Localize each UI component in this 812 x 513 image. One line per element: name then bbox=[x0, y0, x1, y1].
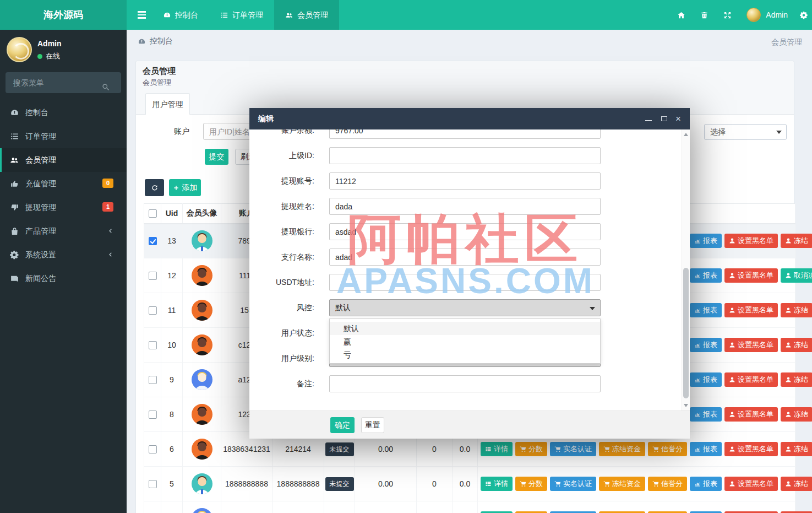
action-label: 设置黑名单 bbox=[738, 340, 773, 350]
action-button-详情[interactable]: 详情 bbox=[481, 477, 513, 491]
close-icon[interactable]: × bbox=[671, 108, 685, 129]
action-button-分数[interactable]: 分数 bbox=[515, 442, 547, 456]
menu-search-input[interactable] bbox=[6, 72, 102, 93]
action-button-报表[interactable]: 报表 bbox=[690, 372, 722, 387]
action-button-实名认证[interactable]: 实名认证 bbox=[550, 477, 596, 491]
action-button-设置黑名单[interactable]: 设置黑名单 bbox=[724, 477, 778, 491]
row-checkbox[interactable] bbox=[149, 306, 157, 315]
fullscreen-icon[interactable] bbox=[716, 0, 739, 30]
home-icon[interactable] bbox=[669, 0, 693, 30]
action-button-报表[interactable]: 报表 bbox=[690, 442, 722, 456]
action-button-冻结资金[interactable]: 冻结资金 bbox=[599, 477, 645, 491]
breadcrumb[interactable]: 控制台 bbox=[138, 36, 173, 46]
action-button-实名认证[interactable]: 实名认证 bbox=[550, 442, 596, 456]
sidebar-item-label: 订单管理 bbox=[25, 132, 56, 142]
scroll-up-icon[interactable] bbox=[684, 133, 688, 136]
trash-icon[interactable] bbox=[693, 0, 716, 30]
minimize-icon[interactable] bbox=[641, 108, 656, 129]
page-title: 会员管理 bbox=[143, 66, 176, 77]
user-icon bbox=[729, 272, 735, 279]
reset-button[interactable]: 重置 bbox=[361, 417, 384, 433]
action-button-冻结[interactable]: 冻结 bbox=[781, 372, 812, 387]
field-input-3[interactable] bbox=[329, 198, 601, 215]
news-icon bbox=[10, 274, 19, 283]
action-button-设置黑名单[interactable]: 设置黑名单 bbox=[724, 234, 778, 248]
action-button-报表[interactable]: 报表 bbox=[690, 477, 722, 491]
action-button-报表[interactable]: 报表 bbox=[690, 234, 722, 248]
action-button-报表[interactable]: 报表 bbox=[690, 407, 722, 422]
risk-option-赢[interactable]: 赢 bbox=[330, 335, 600, 348]
field-select-7[interactable]: 默认 bbox=[329, 299, 601, 316]
row-checkbox[interactable] bbox=[149, 237, 157, 245]
sidebar-toggle-button[interactable] bbox=[132, 0, 151, 30]
action-button-设置黑名单[interactable]: 设置黑名单 bbox=[724, 303, 778, 317]
nav-item-2[interactable]: 会员管理 bbox=[274, 0, 339, 30]
scrollbar-thumb[interactable] bbox=[683, 268, 689, 398]
row-checkbox[interactable] bbox=[149, 480, 157, 488]
brand-logo[interactable]: 海外源码 bbox=[0, 0, 127, 30]
sidebar-item-1[interactable]: 订单管理 bbox=[0, 125, 127, 148]
settings-gear-icon[interactable] bbox=[795, 0, 812, 30]
action-button-分数[interactable]: 分数 bbox=[515, 477, 547, 491]
sidebar-item-5[interactable]: 产品管理 bbox=[0, 219, 127, 243]
dialog-titlebar[interactable]: 编辑 × bbox=[249, 108, 690, 129]
field-input-1[interactable] bbox=[329, 147, 601, 164]
action-button-冻结[interactable]: 冻结 bbox=[781, 338, 812, 352]
risk-option-亏[interactable]: 亏 bbox=[330, 348, 600, 361]
action-button-取消冻结[interactable]: 取消冻结 bbox=[781, 268, 812, 283]
nav-item-0[interactable]: 控制台 bbox=[152, 0, 209, 30]
maximize-icon[interactable] bbox=[657, 108, 671, 129]
row-checkbox[interactable] bbox=[149, 341, 157, 349]
field-input-10[interactable] bbox=[329, 375, 601, 392]
row-checkbox[interactable] bbox=[149, 445, 157, 453]
sidebar-item-0[interactable]: 控制台 bbox=[0, 101, 127, 125]
action-button-报表[interactable]: 报表 bbox=[690, 303, 722, 317]
select-all-checkbox[interactable] bbox=[149, 209, 157, 218]
chart-icon bbox=[694, 307, 701, 314]
action-button-冻结[interactable]: 冻结 bbox=[781, 234, 812, 248]
action-button-冻结[interactable]: 冻结 bbox=[781, 407, 812, 422]
sidebar-item-2[interactable]: 会员管理 bbox=[0, 148, 127, 172]
submit-button[interactable]: 提交 bbox=[205, 149, 228, 165]
user-menu[interactable]: Admin bbox=[739, 0, 795, 30]
action-button-设置黑名单[interactable]: 设置黑名单 bbox=[724, 268, 778, 283]
action-button-冻结[interactable]: 冻结 bbox=[781, 477, 812, 491]
action-button-冻结[interactable]: 冻结 bbox=[781, 442, 812, 456]
confirm-button[interactable]: 确定 bbox=[330, 417, 355, 433]
field-input-5[interactable] bbox=[329, 249, 601, 266]
checkbox-cell bbox=[144, 501, 161, 513]
field-input-6[interactable] bbox=[329, 274, 601, 291]
sidebar-item-6[interactable]: 系统设置 bbox=[0, 243, 127, 267]
field-input-4[interactable] bbox=[329, 223, 601, 240]
action-button-设置黑名单[interactable]: 设置黑名单 bbox=[724, 442, 778, 456]
reload-button[interactable] bbox=[145, 179, 164, 196]
sidebar-item-4[interactable]: 提现管理1 bbox=[0, 196, 127, 219]
action-button-信誉分[interactable]: 信誉分 bbox=[648, 442, 687, 456]
action-button-信誉分[interactable]: 信誉分 bbox=[648, 477, 687, 491]
field-input-2[interactable] bbox=[329, 172, 601, 190]
action-button-冻结资金[interactable]: 冻结资金 bbox=[599, 442, 645, 456]
action-button-设置黑名单[interactable]: 设置黑名单 bbox=[724, 372, 778, 387]
row-checkbox[interactable] bbox=[149, 411, 157, 419]
sidebar-item-7[interactable]: 新闻公告 bbox=[0, 267, 127, 290]
action-button-设置黑名单[interactable]: 设置黑名单 bbox=[724, 407, 778, 422]
row-checkbox[interactable] bbox=[149, 272, 157, 280]
action-button-详情[interactable]: 详情 bbox=[481, 442, 513, 456]
add-button[interactable]: 添加 bbox=[169, 179, 201, 196]
scroll-down-icon[interactable] bbox=[684, 404, 688, 407]
nav-item-1[interactable]: 订单管理 bbox=[209, 0, 274, 30]
action-button-设置黑名单[interactable]: 设置黑名单 bbox=[724, 338, 778, 352]
form-row-2: 提现账号: bbox=[249, 172, 682, 198]
action-button-报表[interactable]: 报表 bbox=[690, 338, 722, 352]
cogs-icon bbox=[800, 11, 808, 19]
row-checkbox[interactable] bbox=[149, 376, 157, 384]
tab-user-management[interactable]: 用户管理 bbox=[145, 93, 190, 115]
action-button-冻结[interactable]: 冻结 bbox=[781, 303, 812, 317]
action-button-报表[interactable]: 报表 bbox=[690, 268, 722, 283]
risk-option-默认[interactable]: 默认 bbox=[330, 322, 600, 335]
field-label: 账户余额: bbox=[249, 129, 314, 139]
field-input-0[interactable] bbox=[329, 129, 601, 139]
sidebar-item-3[interactable]: 充值管理0 bbox=[0, 172, 127, 196]
filter-select[interactable]: 选择 bbox=[704, 124, 787, 140]
dialog-scrollbar[interactable] bbox=[682, 129, 690, 411]
